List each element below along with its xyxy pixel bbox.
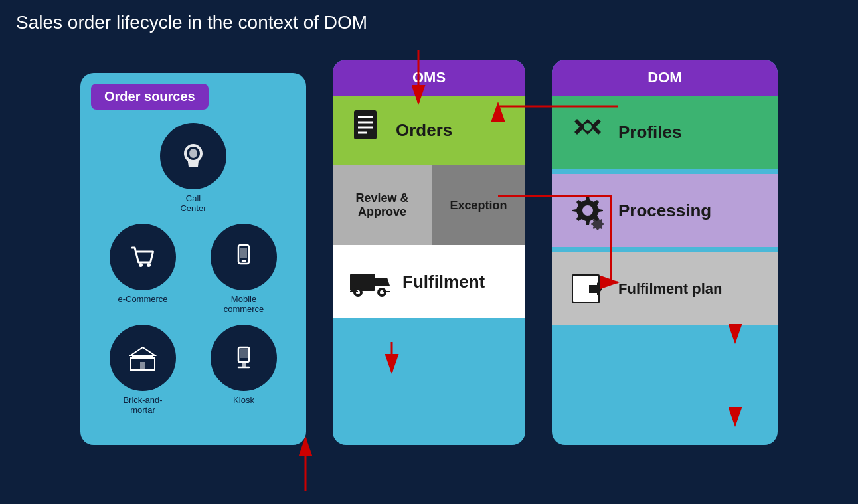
mobile-label: Mobilecommerce	[224, 294, 264, 314]
fulfilment-icon	[349, 267, 392, 297]
ecommerce-label: e-Commerce	[118, 294, 167, 304]
fulfilment-section: Fulfilment	[333, 245, 525, 318]
profiles-section: Profiles	[552, 96, 778, 169]
processing-label: Processing	[618, 201, 711, 221]
processing-section: Processing	[552, 174, 778, 247]
call-center-label: CallCenter	[180, 193, 206, 213]
dom-box: DOM Profiles Processing	[552, 60, 778, 445]
svg-marker-8	[131, 347, 155, 355]
svg-point-0	[189, 149, 197, 158]
exception-section: Exception	[432, 165, 525, 245]
svg-point-32	[582, 205, 593, 216]
fulfilment-plan-section: Fulfilment plan	[552, 252, 778, 325]
kiosk-label: Kiosk	[233, 395, 254, 405]
ecommerce-circle	[110, 224, 176, 290]
call-center-item: CallCenter	[160, 123, 226, 213]
svg-rect-18	[354, 110, 377, 139]
diagram-container: Order sources CallCenter	[0, 40, 858, 491]
brick-item: Brick-and-mortar	[98, 325, 188, 415]
fulfilment-label: Fulfilment	[402, 272, 485, 292]
exception-label: Exception	[450, 199, 507, 212]
orders-section: Orders	[333, 96, 525, 165]
mobile-item: Mobilecommerce	[199, 224, 289, 314]
fulfilment-plan-label: Fulfilment plan	[618, 280, 722, 297]
svg-rect-29	[350, 291, 358, 292]
page-title: Sales order lifecycle in the context of …	[0, 0, 858, 40]
mobile-circle	[211, 224, 277, 290]
orders-icon	[349, 109, 385, 152]
ecommerce-item: e-Commerce	[98, 224, 188, 314]
svg-marker-24	[375, 278, 390, 286]
svg-point-2	[147, 263, 151, 267]
brick-circle	[110, 325, 176, 391]
brick-label: Brick-and-mortar	[123, 395, 162, 415]
oms-middle: Review &Approve Exception	[333, 165, 525, 245]
svg-rect-30	[383, 291, 390, 292]
kiosk-item: Kiosk	[199, 325, 289, 415]
profiles-icon	[568, 112, 608, 152]
review-section: Review &Approve	[333, 165, 432, 245]
orders-label: Orders	[396, 120, 452, 141]
svg-rect-9	[140, 362, 145, 370]
kiosk-circle	[211, 325, 277, 391]
review-label: Review &Approve	[355, 191, 408, 219]
svg-rect-5	[240, 248, 247, 258]
processing-icon	[568, 191, 608, 230]
fulfilment-plan-icon	[568, 269, 608, 309]
svg-point-31	[584, 123, 592, 131]
call-center-circle	[160, 123, 226, 189]
svg-rect-23	[350, 274, 375, 291]
order-sources-label: Order sources	[91, 84, 209, 110]
profiles-label: Profiles	[618, 122, 681, 143]
dom-header: DOM	[552, 60, 778, 96]
svg-rect-15	[240, 349, 248, 358]
oms-box: OMS Orders Review &Approve Exception	[333, 60, 525, 445]
svg-point-1	[139, 263, 143, 267]
oms-header: OMS	[333, 60, 525, 96]
order-sources-box: Order sources CallCenter	[80, 73, 306, 445]
